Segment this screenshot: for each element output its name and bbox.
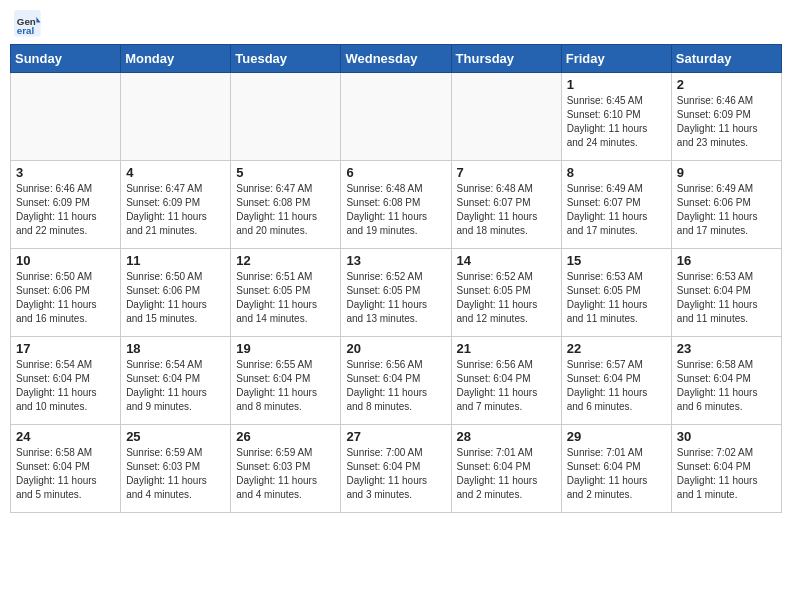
day-info: Sunrise: 6:59 AM Sunset: 6:03 PM Dayligh… xyxy=(126,446,225,502)
calendar-day-cell-2: 2Sunrise: 6:46 AM Sunset: 6:09 PM Daylig… xyxy=(671,73,781,161)
day-info: Sunrise: 6:54 AM Sunset: 6:04 PM Dayligh… xyxy=(126,358,225,414)
day-info: Sunrise: 7:00 AM Sunset: 6:04 PM Dayligh… xyxy=(346,446,445,502)
day-number: 27 xyxy=(346,429,445,444)
calendar-empty-cell xyxy=(451,73,561,161)
day-info: Sunrise: 7:01 AM Sunset: 6:04 PM Dayligh… xyxy=(567,446,666,502)
weekday-header-friday: Friday xyxy=(561,45,671,73)
day-number: 18 xyxy=(126,341,225,356)
calendar-day-cell-23: 23Sunrise: 6:58 AM Sunset: 6:04 PM Dayli… xyxy=(671,337,781,425)
day-number: 9 xyxy=(677,165,776,180)
calendar-day-cell-14: 14Sunrise: 6:52 AM Sunset: 6:05 PM Dayli… xyxy=(451,249,561,337)
day-info: Sunrise: 6:46 AM Sunset: 6:09 PM Dayligh… xyxy=(16,182,115,238)
calendar-day-cell-24: 24Sunrise: 6:58 AM Sunset: 6:04 PM Dayli… xyxy=(11,425,121,513)
day-info: Sunrise: 6:51 AM Sunset: 6:05 PM Dayligh… xyxy=(236,270,335,326)
calendar-week-row-1: 3Sunrise: 6:46 AM Sunset: 6:09 PM Daylig… xyxy=(11,161,782,249)
day-info: Sunrise: 7:02 AM Sunset: 6:04 PM Dayligh… xyxy=(677,446,776,502)
day-number: 24 xyxy=(16,429,115,444)
calendar-week-row-4: 24Sunrise: 6:58 AM Sunset: 6:04 PM Dayli… xyxy=(11,425,782,513)
day-number: 21 xyxy=(457,341,556,356)
day-number: 15 xyxy=(567,253,666,268)
calendar-empty-cell xyxy=(11,73,121,161)
calendar-day-cell-27: 27Sunrise: 7:00 AM Sunset: 6:04 PM Dayli… xyxy=(341,425,451,513)
calendar-day-cell-25: 25Sunrise: 6:59 AM Sunset: 6:03 PM Dayli… xyxy=(121,425,231,513)
calendar-day-cell-6: 6Sunrise: 6:48 AM Sunset: 6:08 PM Daylig… xyxy=(341,161,451,249)
day-number: 29 xyxy=(567,429,666,444)
calendar-header-row: SundayMondayTuesdayWednesdayThursdayFrid… xyxy=(11,45,782,73)
day-number: 7 xyxy=(457,165,556,180)
calendar-day-cell-22: 22Sunrise: 6:57 AM Sunset: 6:04 PM Dayli… xyxy=(561,337,671,425)
day-info: Sunrise: 6:55 AM Sunset: 6:04 PM Dayligh… xyxy=(236,358,335,414)
day-number: 17 xyxy=(16,341,115,356)
calendar-empty-cell xyxy=(121,73,231,161)
calendar-day-cell-18: 18Sunrise: 6:54 AM Sunset: 6:04 PM Dayli… xyxy=(121,337,231,425)
calendar-day-cell-28: 28Sunrise: 7:01 AM Sunset: 6:04 PM Dayli… xyxy=(451,425,561,513)
calendar-day-cell-16: 16Sunrise: 6:53 AM Sunset: 6:04 PM Dayli… xyxy=(671,249,781,337)
calendar-day-cell-4: 4Sunrise: 6:47 AM Sunset: 6:09 PM Daylig… xyxy=(121,161,231,249)
day-number: 23 xyxy=(677,341,776,356)
day-info: Sunrise: 6:45 AM Sunset: 6:10 PM Dayligh… xyxy=(567,94,666,150)
calendar-day-cell-12: 12Sunrise: 6:51 AM Sunset: 6:05 PM Dayli… xyxy=(231,249,341,337)
svg-text:eral: eral xyxy=(17,25,35,36)
day-info: Sunrise: 6:47 AM Sunset: 6:08 PM Dayligh… xyxy=(236,182,335,238)
calendar-table: SundayMondayTuesdayWednesdayThursdayFrid… xyxy=(10,44,782,513)
day-number: 25 xyxy=(126,429,225,444)
calendar-day-cell-13: 13Sunrise: 6:52 AM Sunset: 6:05 PM Dayli… xyxy=(341,249,451,337)
day-info: Sunrise: 6:50 AM Sunset: 6:06 PM Dayligh… xyxy=(126,270,225,326)
day-info: Sunrise: 6:50 AM Sunset: 6:06 PM Dayligh… xyxy=(16,270,115,326)
day-info: Sunrise: 6:53 AM Sunset: 6:04 PM Dayligh… xyxy=(677,270,776,326)
weekday-header-saturday: Saturday xyxy=(671,45,781,73)
calendar-day-cell-30: 30Sunrise: 7:02 AM Sunset: 6:04 PM Dayli… xyxy=(671,425,781,513)
weekday-header-wednesday: Wednesday xyxy=(341,45,451,73)
day-number: 20 xyxy=(346,341,445,356)
day-number: 19 xyxy=(236,341,335,356)
day-number: 30 xyxy=(677,429,776,444)
calendar-day-cell-15: 15Sunrise: 6:53 AM Sunset: 6:05 PM Dayli… xyxy=(561,249,671,337)
calendar-week-row-3: 17Sunrise: 6:54 AM Sunset: 6:04 PM Dayli… xyxy=(11,337,782,425)
calendar-day-cell-11: 11Sunrise: 6:50 AM Sunset: 6:06 PM Dayli… xyxy=(121,249,231,337)
day-number: 12 xyxy=(236,253,335,268)
weekday-header-sunday: Sunday xyxy=(11,45,121,73)
day-info: Sunrise: 6:48 AM Sunset: 6:07 PM Dayligh… xyxy=(457,182,556,238)
day-info: Sunrise: 6:47 AM Sunset: 6:09 PM Dayligh… xyxy=(126,182,225,238)
calendar-week-row-2: 10Sunrise: 6:50 AM Sunset: 6:06 PM Dayli… xyxy=(11,249,782,337)
day-info: Sunrise: 6:52 AM Sunset: 6:05 PM Dayligh… xyxy=(457,270,556,326)
day-number: 1 xyxy=(567,77,666,92)
calendar-day-cell-26: 26Sunrise: 6:59 AM Sunset: 6:03 PM Dayli… xyxy=(231,425,341,513)
day-info: Sunrise: 6:57 AM Sunset: 6:04 PM Dayligh… xyxy=(567,358,666,414)
calendar-day-cell-20: 20Sunrise: 6:56 AM Sunset: 6:04 PM Dayli… xyxy=(341,337,451,425)
day-number: 3 xyxy=(16,165,115,180)
day-number: 5 xyxy=(236,165,335,180)
calendar-day-cell-19: 19Sunrise: 6:55 AM Sunset: 6:04 PM Dayli… xyxy=(231,337,341,425)
day-number: 28 xyxy=(457,429,556,444)
logo-icon: Gen eral xyxy=(14,10,42,38)
day-number: 22 xyxy=(567,341,666,356)
calendar-day-cell-5: 5Sunrise: 6:47 AM Sunset: 6:08 PM Daylig… xyxy=(231,161,341,249)
day-info: Sunrise: 6:53 AM Sunset: 6:05 PM Dayligh… xyxy=(567,270,666,326)
calendar-empty-cell xyxy=(341,73,451,161)
day-info: Sunrise: 6:58 AM Sunset: 6:04 PM Dayligh… xyxy=(16,446,115,502)
calendar-day-cell-17: 17Sunrise: 6:54 AM Sunset: 6:04 PM Dayli… xyxy=(11,337,121,425)
day-number: 11 xyxy=(126,253,225,268)
logo: Gen eral xyxy=(14,10,46,38)
calendar-day-cell-21: 21Sunrise: 6:56 AM Sunset: 6:04 PM Dayli… xyxy=(451,337,561,425)
day-info: Sunrise: 6:54 AM Sunset: 6:04 PM Dayligh… xyxy=(16,358,115,414)
calendar-day-cell-1: 1Sunrise: 6:45 AM Sunset: 6:10 PM Daylig… xyxy=(561,73,671,161)
calendar-day-cell-29: 29Sunrise: 7:01 AM Sunset: 6:04 PM Dayli… xyxy=(561,425,671,513)
day-number: 14 xyxy=(457,253,556,268)
day-info: Sunrise: 6:58 AM Sunset: 6:04 PM Dayligh… xyxy=(677,358,776,414)
day-number: 2 xyxy=(677,77,776,92)
day-info: Sunrise: 6:49 AM Sunset: 6:07 PM Dayligh… xyxy=(567,182,666,238)
calendar-day-cell-8: 8Sunrise: 6:49 AM Sunset: 6:07 PM Daylig… xyxy=(561,161,671,249)
calendar-day-cell-3: 3Sunrise: 6:46 AM Sunset: 6:09 PM Daylig… xyxy=(11,161,121,249)
calendar-empty-cell xyxy=(231,73,341,161)
day-number: 26 xyxy=(236,429,335,444)
calendar-week-row-0: 1Sunrise: 6:45 AM Sunset: 6:10 PM Daylig… xyxy=(11,73,782,161)
weekday-header-monday: Monday xyxy=(121,45,231,73)
day-number: 8 xyxy=(567,165,666,180)
page-header: Gen eral xyxy=(10,10,782,38)
day-info: Sunrise: 6:49 AM Sunset: 6:06 PM Dayligh… xyxy=(677,182,776,238)
day-info: Sunrise: 6:46 AM Sunset: 6:09 PM Dayligh… xyxy=(677,94,776,150)
day-info: Sunrise: 7:01 AM Sunset: 6:04 PM Dayligh… xyxy=(457,446,556,502)
day-info: Sunrise: 6:59 AM Sunset: 6:03 PM Dayligh… xyxy=(236,446,335,502)
weekday-header-tuesday: Tuesday xyxy=(231,45,341,73)
